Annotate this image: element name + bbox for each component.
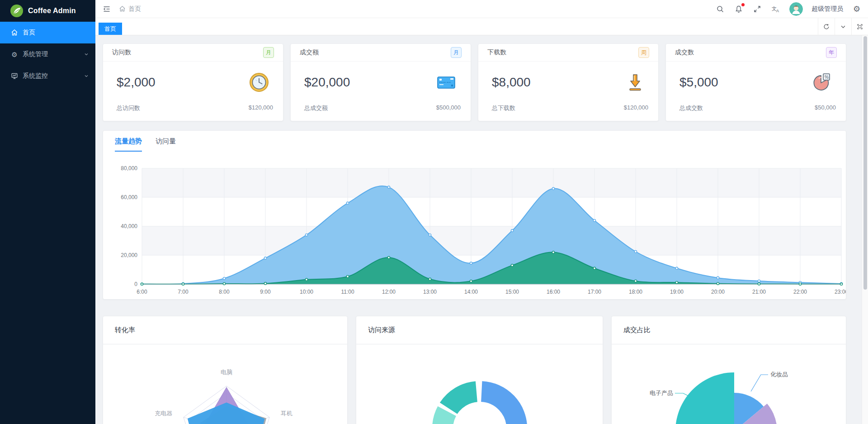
visit-source-chart [356, 344, 603, 424]
monitor-icon [11, 72, 18, 80]
search-icon[interactable] [715, 4, 725, 14]
card-title: 转化率 [103, 316, 347, 344]
sidebar-item-home[interactable]: 首页 [0, 22, 95, 43]
stat-card-turnover: 成交额 月 $20,000 总成交额 $50 [290, 43, 471, 121]
menu-fold-icon[interactable] [102, 4, 112, 14]
sidebar-item-system-monitor[interactable]: 系统监控 [0, 65, 95, 87]
app-title: Coffee Admin [28, 7, 76, 15]
period-badge: 年 [826, 47, 837, 58]
svg-text:6:00: 6:00 [137, 289, 147, 295]
stat-card-body: $20,000 [291, 62, 471, 103]
avatar[interactable] [789, 2, 803, 16]
svg-text:20:00: 20:00 [711, 289, 725, 295]
svg-text:化妆品: 化妆品 [770, 371, 788, 378]
stat-card-downloads: 下载数 周 $8,000 总下载数 $120,000 [478, 43, 659, 121]
svg-text:11:00: 11:00 [341, 289, 354, 295]
deal-share-chart: 电子产品化妆品 [612, 344, 846, 424]
period-badge: 月 [263, 47, 274, 58]
refresh-icon[interactable] [818, 18, 835, 35]
scrollbar-thumb[interactable] [863, 36, 867, 290]
stat-card-value: $2,000 [117, 75, 156, 90]
period-badge: 周 [638, 47, 649, 58]
footer-label: 总下载数 [492, 104, 515, 112]
tabbar: 首页 [95, 18, 868, 35]
home-icon [11, 29, 18, 36]
visit-source-card: 访问来源 [356, 316, 603, 424]
stat-card-title: 成交数 [675, 48, 694, 57]
sidebar-item-label: 系统管理 [23, 50, 48, 58]
svg-text:19:00: 19:00 [670, 289, 684, 295]
footer-label: 总成交数 [679, 104, 703, 112]
stat-card-title: 下载数 [487, 48, 506, 57]
svg-text:16:00: 16:00 [547, 289, 560, 295]
sidebar-item-label: 系统监控 [23, 72, 48, 80]
svg-text:60,000: 60,000 [121, 194, 137, 200]
traffic-trend-card: 流量趋势 访问量 020,00040,00060,00080,0006:007:… [103, 130, 846, 300]
topbar-right: 文 A 超级管理员 ⚙ [715, 2, 862, 16]
svg-text:20,000: 20,000 [121, 252, 137, 258]
stat-card-header: 成交额 月 [291, 44, 471, 62]
stat-card-value: $20,000 [304, 75, 350, 90]
svg-text:23:00: 23:00 [835, 289, 846, 295]
svg-text:15:00: 15:00 [505, 289, 519, 295]
bell-icon[interactable] [734, 4, 744, 14]
stat-card-visits: 访问数 月 $2,000 总访问数 $120,000 [103, 43, 283, 121]
gear-icon[interactable]: ⚙ [852, 4, 862, 14]
chevron-down-icon [84, 52, 89, 57]
vertical-scrollbar[interactable] [862, 35, 868, 424]
sidebar-item-label: 首页 [23, 29, 35, 37]
svg-text:18:00: 18:00 [629, 289, 642, 295]
tab-visit-volume[interactable]: 访问量 [156, 137, 176, 152]
home-icon [119, 5, 126, 12]
svg-text:9:00: 9:00 [260, 289, 271, 295]
footer-value: $50,000 [815, 104, 836, 112]
footer-value: $500,000 [436, 104, 461, 112]
svg-text:22:00: 22:00 [793, 289, 807, 295]
username[interactable]: 超级管理员 [811, 5, 843, 13]
conversion-radar-chart: 电脑耳机充电器 [103, 344, 347, 424]
deal-share-card: 成交占比 电子产品化妆品 [611, 316, 846, 424]
chevron-down-icon[interactable] [835, 18, 851, 35]
period-badge: 月 [451, 47, 462, 58]
maximize-icon[interactable] [851, 18, 868, 35]
stat-card-title: 访问数 [112, 48, 131, 57]
main-content: 访问数 月 $2,000 总访问数 $120,000 [95, 35, 868, 424]
sidebar: Coffee Admin 首页 ⚙ 系统管理 [0, 0, 95, 424]
stat-card-value: $5,000 [679, 75, 718, 90]
tab-traffic-trend[interactable]: 流量趋势 [115, 137, 142, 152]
svg-text:10:00: 10:00 [300, 289, 313, 295]
logo-leaf-icon [10, 4, 24, 18]
fullscreen-icon[interactable] [752, 4, 762, 14]
stat-card-title: 成交额 [300, 48, 319, 57]
footer-label: 总访问数 [117, 104, 140, 112]
pie-icon: % [811, 72, 832, 93]
svg-text:电脑: 电脑 [221, 369, 232, 376]
svg-text:耳机: 耳机 [281, 410, 292, 417]
trend-tabs: 流量趋势 访问量 [103, 131, 846, 152]
app-root: Coffee Admin 首页 ⚙ 系统管理 [0, 0, 868, 424]
download-icon [626, 72, 645, 93]
tab-home[interactable]: 首页 [99, 23, 122, 35]
svg-text:电子产品: 电子产品 [650, 390, 673, 396]
topbar: 首页 [95, 0, 868, 18]
svg-text:14:00: 14:00 [464, 289, 478, 295]
svg-text:40,000: 40,000 [121, 223, 137, 229]
translate-icon[interactable]: 文 A [771, 4, 781, 14]
logo: Coffee Admin [0, 0, 95, 22]
stat-card-body: $5,000 % [666, 62, 846, 103]
sidebar-menu: 首页 ⚙ 系统管理 系统监控 [0, 22, 95, 87]
stat-card-footer: 总成交数 $50,000 [666, 103, 846, 112]
card-title: 成交占比 [612, 316, 846, 344]
footer-label: 总成交额 [304, 104, 328, 112]
stat-card-footer: 总成交额 $500,000 [291, 103, 471, 112]
stat-card-footer: 总访问数 $120,000 [103, 103, 283, 112]
svg-text:%: % [825, 75, 829, 80]
svg-text:A: A [776, 9, 779, 13]
breadcrumb[interactable]: 首页 [119, 5, 141, 13]
stat-card-value: $8,000 [492, 75, 531, 90]
stat-card-body: $2,000 [103, 62, 283, 103]
sidebar-item-system-admin[interactable]: ⚙ 系统管理 [0, 43, 95, 65]
conversion-rate-card: 转化率 电脑耳机充电器 [103, 316, 348, 424]
stat-card-header: 下载数 周 [478, 44, 658, 62]
svg-text:充电器: 充电器 [155, 410, 172, 417]
